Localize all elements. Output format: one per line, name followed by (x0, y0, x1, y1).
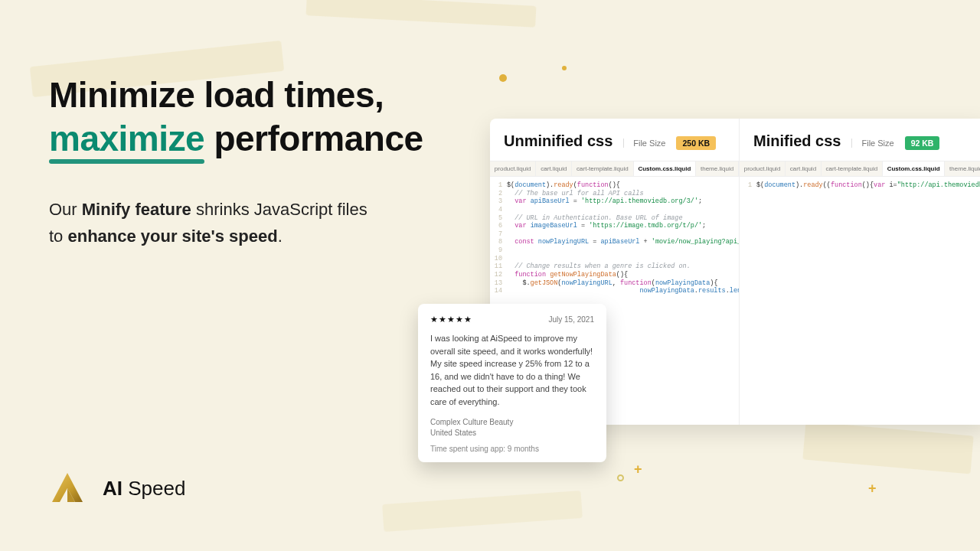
bg-dot (617, 474, 624, 481)
hero: Minimize load times, maximize performanc… (49, 73, 478, 249)
sub-pre: Our (49, 200, 82, 219)
brand: AI Speed (49, 470, 185, 507)
code-line: 14 nowPlayingData.results.length (493, 287, 731, 295)
file-tab[interactable]: product.liquid (490, 161, 536, 176)
review-time-spent: Time spent using app: 9 months (430, 445, 594, 453)
code-line: 12 function getNowPlayingData(){ (493, 271, 731, 279)
bg-plus-icon: + (868, 481, 877, 497)
bg-plus-icon: + (634, 461, 642, 478)
code-line: 3 var apiBaseUrl = 'http://api.themovied… (493, 197, 731, 206)
code-line: 4 (493, 206, 731, 214)
file-tab[interactable]: cart-template.liquid (822, 161, 883, 176)
code-line: 6 var imageBaseUrl = 'https://image.tmdb… (493, 222, 731, 230)
code-line: 5 // URL in Authentication. Base URL of … (493, 214, 731, 223)
bg-brush (305, 0, 536, 28)
brand-logo-icon (49, 470, 86, 507)
review-date: July 15, 2021 (549, 315, 595, 324)
brand-name-bold: AI (103, 477, 122, 500)
review-body: I was looking at AiSpeed to improve my o… (430, 332, 594, 408)
file-size-label: File Size (623, 139, 665, 148)
sub-post: . (278, 227, 283, 246)
minified-code-text: $(document).ready((function(){var i="htt… (756, 181, 980, 190)
hero-subhead: Our Minify feature shrinks JavaScript fi… (49, 196, 371, 249)
file-tabs: product.liquidcart.liquidcart-template.l… (490, 161, 739, 177)
code-line: 7 (493, 230, 731, 239)
file-tabs: product.liquidcart.liquidcart-template.l… (740, 161, 980, 177)
column-title: Minified css (753, 132, 841, 150)
file-tab[interactable]: theme.liquid (696, 161, 739, 176)
hero-heading: Minimize load times, maximize performanc… (49, 73, 478, 161)
review-header: ★★★★★ July 15, 2021 (430, 315, 594, 324)
sub-bold-1: Minify feature (82, 200, 191, 219)
file-tab[interactable]: Custom.css.liquid (883, 161, 945, 176)
review-company: Complex Culture Beauty (430, 417, 594, 428)
review-meta: Complex Culture Beauty United States (430, 417, 594, 439)
hero-line1: Minimize load times, (49, 75, 384, 115)
bg-dot (562, 66, 567, 70)
column-header: Minified css File Size 92 KB (740, 119, 980, 161)
code-line: 1$(document).ready(function(){ (493, 181, 731, 190)
column-header: Unminified css File Size 250 KB (490, 119, 739, 161)
star-rating-icon: ★★★★★ (430, 315, 472, 324)
file-tab[interactable]: Custom.css.liquid (634, 161, 697, 176)
file-tab[interactable]: theme.liquid (945, 161, 980, 176)
bg-brush (382, 491, 583, 532)
file-size-badge: 92 KB (905, 136, 940, 150)
review-country: United States (430, 428, 594, 439)
brand-name: AI Speed (103, 477, 185, 500)
hero-line2-rest: performance (204, 119, 423, 158)
column-title: Unminified css (504, 132, 612, 150)
minified-column: Minified css File Size 92 KB product.liq… (739, 119, 980, 425)
code-line: 9 (493, 246, 731, 255)
bg-brush (802, 422, 974, 474)
code-block-minified: 1$(document).ready((function(){var i="ht… (740, 177, 980, 425)
file-size-badge: 250 KB (676, 136, 716, 150)
file-tab[interactable]: cart.liquid (536, 161, 572, 176)
review-card: ★★★★★ July 15, 2021 I was looking at AiS… (418, 304, 606, 462)
file-tab[interactable]: cart-template.liquid (572, 161, 633, 176)
code-line: 10 (493, 255, 731, 263)
bg-dot (499, 74, 507, 82)
file-tab[interactable]: product.liquid (740, 161, 786, 176)
file-size-label: File Size (851, 139, 893, 148)
code-line: 2 // The base url for all API calls (493, 190, 731, 198)
brand-name-rest: Speed (122, 477, 185, 500)
file-tab[interactable]: cart.liquid (786, 161, 822, 176)
hero-accent: maximize (49, 117, 204, 161)
code-line: 11 // Change results when a genre is cli… (493, 262, 731, 271)
code-line: 13 $.getJSON(nowPlayingURL, function(now… (493, 279, 731, 288)
code-line: 8 const nowPlayingURL = apiBaseUrl + 'mo… (493, 238, 731, 246)
sub-bold-2: enhance your site's speed (67, 227, 277, 246)
